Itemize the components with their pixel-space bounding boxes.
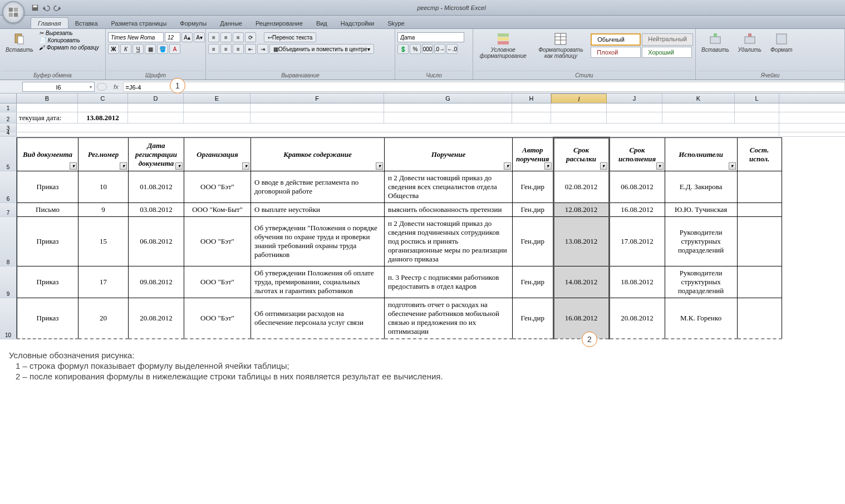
cell[interactable]: [607, 103, 662, 112]
align-right-icon[interactable]: ≡: [233, 44, 244, 54]
th-reg-num[interactable]: Рег.номер▾: [78, 138, 129, 171]
filter-icon[interactable]: ▾: [504, 162, 511, 170]
copy-button[interactable]: 📄Копировать: [39, 37, 99, 43]
tab-skype[interactable]: Skype: [381, 18, 411, 28]
th-author[interactable]: Автор поручения▾: [513, 138, 554, 171]
cell-I9[interactable]: 14.08.2012: [553, 266, 609, 298]
col-header-F[interactable]: F: [250, 93, 384, 103]
increase-indent-icon[interactable]: ⇥: [257, 44, 268, 54]
row-header-4[interactable]: 4: [0, 132, 17, 136]
cell-L10[interactable]: [737, 298, 782, 339]
increase-font-icon[interactable]: A▴: [181, 32, 193, 42]
cell-C1[interactable]: [78, 103, 128, 112]
cell[interactable]: [662, 103, 735, 112]
cell[interactable]: [184, 112, 250, 123]
filter-icon[interactable]: ▾: [729, 162, 736, 170]
cell[interactable]: [662, 112, 735, 123]
number-format-select[interactable]: [397, 32, 464, 42]
cell-H8[interactable]: Ген.дир: [513, 217, 554, 266]
cell-L9[interactable]: [737, 266, 782, 298]
row-header-9[interactable]: 9: [0, 266, 17, 298]
cell[interactable]: [128, 103, 184, 112]
cell-D8[interactable]: 06.08.2012: [129, 217, 184, 266]
cell[interactable]: [512, 103, 551, 112]
orientation-icon[interactable]: ⟳: [245, 32, 256, 42]
cell-K10[interactable]: М.К. Горенко: [665, 298, 737, 339]
col-header-I[interactable]: I: [551, 93, 607, 103]
cell-K8[interactable]: Руководители структурных подразделений: [665, 217, 737, 266]
cell-F8[interactable]: Об утверждении "Положения о порядке обуч…: [251, 217, 385, 266]
cell[interactable]: [384, 103, 512, 112]
delete-cells-button[interactable]: Удалить: [735, 30, 765, 55]
style-bad[interactable]: Плохой: [591, 47, 641, 58]
cell-E8[interactable]: ООО "Бэт": [184, 217, 251, 266]
cell[interactable]: [384, 112, 512, 123]
cell-F9[interactable]: Об утверждении Положения об оплате труда…: [251, 266, 385, 298]
office-button[interactable]: [2, 1, 24, 23]
th-summary[interactable]: Краткое содержание▾: [251, 138, 385, 171]
format-as-table-button[interactable]: Форматировать как таблицу: [533, 30, 589, 61]
cell-E9[interactable]: ООО "Бэт": [184, 266, 251, 298]
cell-B2[interactable]: текущая дата:: [17, 112, 78, 123]
fx-icon[interactable]: fx: [114, 83, 119, 90]
filter-icon[interactable]: ▾: [544, 162, 552, 170]
save-icon[interactable]: [31, 4, 39, 12]
cell-H9[interactable]: Ген.дир: [513, 266, 554, 298]
filter-icon[interactable]: ▾: [656, 162, 664, 170]
th-org[interactable]: Организация▾: [184, 138, 251, 171]
wrap-text-button[interactable]: ↩ Перенос текста: [264, 32, 316, 42]
cell[interactable]: [184, 103, 250, 112]
cell[interactable]: [250, 103, 384, 112]
cell[interactable]: [607, 112, 662, 123]
font-name-select[interactable]: [108, 32, 164, 42]
cell-J8[interactable]: 17.08.2012: [609, 217, 665, 266]
cell-C8[interactable]: 15: [78, 217, 129, 266]
row-header-5[interactable]: 5: [0, 137, 17, 171]
filter-icon[interactable]: ▾: [242, 162, 249, 170]
cell-K9[interactable]: Руководители структурных подразделений: [665, 266, 737, 298]
row-header-7[interactable]: 7: [0, 203, 17, 217]
cell-C6[interactable]: 10: [78, 171, 129, 203]
style-normal[interactable]: Обычный: [591, 33, 641, 46]
fill-color-button[interactable]: 🪣: [157, 44, 168, 54]
col-header-G[interactable]: G: [384, 93, 512, 103]
cell-J9[interactable]: 18.08.2012: [609, 266, 665, 298]
insert-cells-button[interactable]: Вставить: [698, 30, 733, 55]
currency-icon[interactable]: 💲: [397, 44, 409, 54]
cell-C2[interactable]: 13.08.2012: [78, 112, 128, 123]
cell-D9[interactable]: 09.08.2012: [129, 266, 184, 298]
cell-C7[interactable]: 9: [78, 203, 129, 217]
filter-icon[interactable]: ▾: [175, 162, 183, 170]
cell-I7[interactable]: 12.08.2012: [553, 203, 609, 217]
cell[interactable]: [551, 112, 607, 123]
font-color-button[interactable]: A: [169, 44, 180, 54]
cell-L8[interactable]: [737, 217, 782, 266]
border-button[interactable]: ▦: [145, 44, 156, 54]
cell-J6[interactable]: 06.08.2012: [609, 171, 665, 203]
cell-B10[interactable]: Приказ: [17, 298, 78, 339]
font-size-select[interactable]: [165, 32, 180, 42]
cell-D6[interactable]: 01.08.2012: [129, 171, 184, 203]
decrease-decimal-icon[interactable]: ←.0: [446, 44, 458, 54]
th-doc-type[interactable]: Вид документа▾: [17, 138, 78, 171]
th-exec-date[interactable]: Срок исполнения▾: [609, 138, 665, 171]
th-executors[interactable]: Исполнители▾: [665, 138, 737, 171]
cell[interactable]: [512, 112, 551, 123]
tab-data[interactable]: Данные: [213, 18, 249, 28]
cell-G8[interactable]: п 2 Довести настоящий приказ до сведения…: [385, 217, 513, 266]
align-left-icon[interactable]: ≡: [208, 44, 219, 54]
cell-B6[interactable]: Приказ: [17, 171, 78, 203]
comma-icon[interactable]: 000: [422, 44, 433, 54]
th-status[interactable]: Сост. испол.: [737, 138, 782, 171]
tab-insert[interactable]: Вставка: [68, 18, 105, 28]
cell-L7[interactable]: [737, 203, 782, 217]
tab-view[interactable]: Вид: [309, 18, 334, 28]
cell-F7[interactable]: О выплате неустойки: [251, 203, 385, 217]
bold-button[interactable]: Ж: [108, 44, 119, 54]
col-header-J[interactable]: J: [607, 93, 662, 103]
tab-review[interactable]: Рецензирование: [249, 18, 309, 28]
cell-F10[interactable]: Об оптимизации расходов на обеспечение п…: [251, 298, 385, 339]
cell-K7[interactable]: Ю.Ю. Тучинская: [665, 203, 737, 217]
cell-G9[interactable]: п. 3 Реестр с подписями работников предо…: [385, 266, 513, 298]
style-neutral[interactable]: Нейтральный: [642, 33, 693, 46]
